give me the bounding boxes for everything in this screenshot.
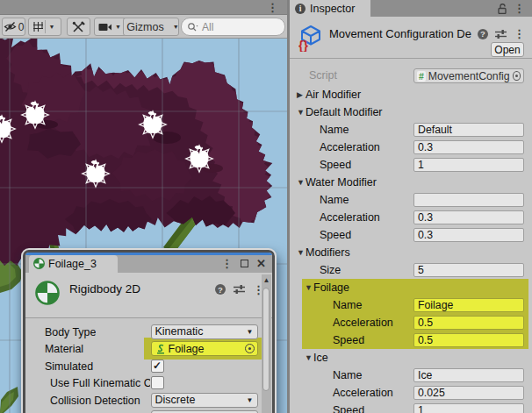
field-label: Acceleration (320, 211, 380, 224)
eye-hidden-icon (4, 21, 17, 32)
property-label: Collision Detection (50, 395, 140, 407)
scene-pane-menu-icon[interactable]: ⋮ (267, 2, 278, 13)
foldout-open-icon[interactable]: ▼ (297, 108, 305, 117)
field-row-name: NameFoilage (290, 296, 532, 314)
field-row-speed: Speed1 (290, 156, 532, 174)
property-label: Material (45, 343, 83, 355)
checkbox[interactable]: ✓ (151, 360, 164, 373)
field-label: Acceleration (333, 387, 393, 399)
maximize-icon[interactable] (241, 260, 248, 267)
value-field[interactable]: Ice (413, 368, 524, 382)
value-field[interactable]: 0.025 (413, 386, 524, 400)
field-row-speed: Speed0.3 (290, 226, 532, 244)
foldout-open-icon[interactable]: ▼ (297, 178, 305, 187)
close-icon[interactable]: ✕ (256, 258, 266, 269)
foldout-open-icon[interactable]: ▼ (305, 353, 313, 362)
property-row-material: MaterialFoilage (25, 340, 258, 358)
field-row-acceleration: Acceleration0.5 (290, 314, 532, 331)
window-scrollbar[interactable]: ▲ (262, 274, 271, 413)
property-label: Body Type (45, 326, 96, 338)
field-label: Name (320, 124, 349, 136)
rigidbody2d-header[interactable]: Rigidbody 2D ? ⋮ (25, 273, 272, 318)
value-field[interactable]: 5 (413, 263, 524, 277)
grid-icon (32, 21, 44, 32)
search-icon (187, 22, 198, 32)
field-row-size: Size5 (290, 261, 532, 279)
value-field[interactable]: 0.3 (413, 210, 524, 224)
foldout-foilage[interactable]: ▼Foilage (290, 279, 532, 296)
chevron-down-icon[interactable]: ▼ (170, 24, 182, 30)
value-field[interactable]: 1 (413, 158, 524, 172)
property-row-collision-detection: Collision DetectionDiscrete▼ (25, 392, 258, 409)
field-label: Acceleration (320, 141, 380, 153)
physics-material-icon (155, 344, 166, 354)
foldout-water-modifier[interactable]: ▼Water Modifier (290, 174, 532, 191)
chevron-down-icon[interactable]: ▼ (47, 24, 58, 30)
field-label: Speed (333, 334, 364, 346)
grid-visual-button[interactable]: ▼ (28, 18, 61, 36)
foldout-air-modifier[interactable]: ▶Air Modifier (290, 86, 532, 103)
dropdown-field[interactable]: Kinematic▼ (151, 324, 258, 339)
presets-icon[interactable] (234, 284, 245, 295)
value-field[interactable]: 0.3 (413, 140, 524, 154)
foldout-modifiers[interactable]: ▼Modifiers (290, 244, 532, 261)
value-field[interactable]: Foilage (413, 298, 524, 312)
field-label: Size (320, 264, 341, 276)
scene-tabstrip: ⋮ (0, 0, 287, 15)
value-field[interactable]: 0.5 (413, 316, 524, 330)
scene-visibility-button[interactable]: 0 (2, 18, 25, 36)
value-field[interactable] (413, 193, 524, 207)
object-field[interactable]: Foilage (151, 341, 258, 356)
value-field[interactable]: 1 (413, 403, 524, 413)
value-field[interactable]: 0.3 (413, 228, 524, 242)
floating-properties-window: Foilage_3 ⋮ ✕ Rigidbody 2D ? (23, 250, 275, 413)
field-label: Name (320, 194, 349, 206)
field-label: Name (333, 299, 362, 311)
foldout-open-icon[interactable]: ▼ (305, 283, 313, 292)
chevron-down-icon: ▼ (247, 328, 254, 336)
gizmos-label: Gizmos (120, 21, 168, 33)
rigidbody2d-icon (35, 281, 60, 305)
window-menu-icon[interactable]: ⋮ (221, 258, 233, 269)
foldout-label: Water Modifier (306, 176, 377, 189)
help-icon[interactable]: ? (215, 284, 226, 295)
scroll-up-icon[interactable]: ▲ (262, 276, 271, 284)
camera-icon (98, 23, 112, 32)
field-row-acceleration: Acceleration0.3 (290, 209, 532, 226)
window-tab-foilage3[interactable]: Foilage_3 (29, 255, 118, 273)
foldout-closed-icon[interactable]: ▶ (297, 90, 303, 99)
scrollbar-thumb[interactable] (262, 288, 270, 391)
foldout-label: Modifiers (306, 246, 350, 259)
chevron-down-icon: ▼ (247, 396, 254, 404)
field-row-acceleration: Acceleration0.025 (290, 384, 532, 402)
field-row-name: Name (290, 191, 532, 209)
field-label: Acceleration (333, 317, 393, 329)
field-row-speed: Speed0.5 (290, 331, 532, 349)
value-field[interactable]: 0.5 (413, 333, 524, 347)
checkbox[interactable] (151, 376, 164, 389)
field-row-name: NameIce (290, 367, 532, 384)
foldout-default-modifier[interactable]: ▼Default Modifier (290, 103, 532, 121)
value-field[interactable]: Default (413, 123, 524, 137)
foldout-open-icon[interactable]: ▼ (297, 248, 305, 257)
scene-tools-button[interactable] (67, 18, 90, 36)
property-row-simulated: Simulated✓ (25, 358, 258, 375)
field-label: Speed (320, 159, 351, 171)
tools-icon (72, 21, 85, 33)
object-picker-icon[interactable] (245, 344, 255, 353)
foldout-label: Foilage (313, 281, 349, 294)
dropdown-field[interactable]: Discrete▼ (151, 393, 258, 408)
field-label: Speed (320, 229, 351, 241)
property-row-use-full-kinematic-co: Use Full Kinematic Co (25, 374, 258, 392)
property-label: Use Full Kinematic Co (50, 377, 150, 389)
scene-pane: ⋮ 0 ▼ (0, 0, 287, 413)
gizmos-button[interactable]: Gizmos ▼ (123, 18, 179, 36)
foldout-ice[interactable]: ▼Ice (290, 349, 532, 367)
scene-search-input[interactable]: All (181, 18, 285, 36)
object-field-value: Foilage (169, 343, 205, 355)
divider (45, 20, 46, 33)
foldout-label: Air Modifier (306, 89, 361, 101)
foldout-label: Default Modifier (306, 106, 383, 118)
hidden-count: 0 (17, 21, 25, 33)
unity-editor: ⋮ 0 ▼ (0, 0, 532, 413)
